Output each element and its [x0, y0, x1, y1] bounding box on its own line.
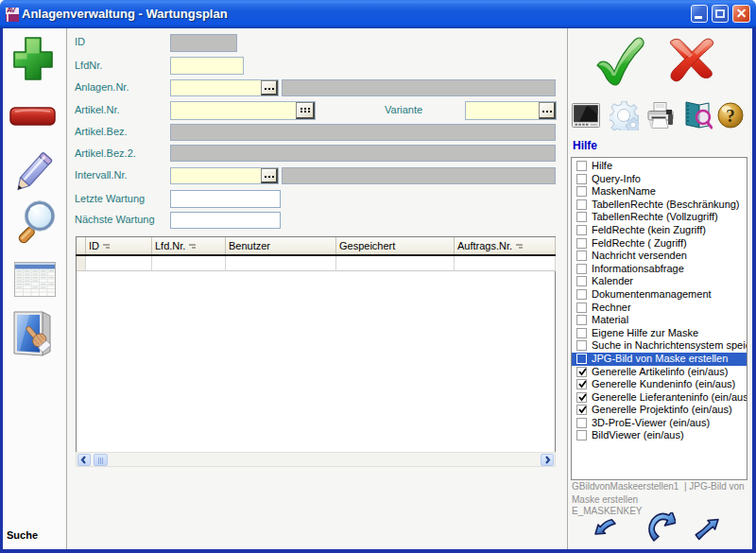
svg-text:?: ?: [726, 106, 735, 126]
